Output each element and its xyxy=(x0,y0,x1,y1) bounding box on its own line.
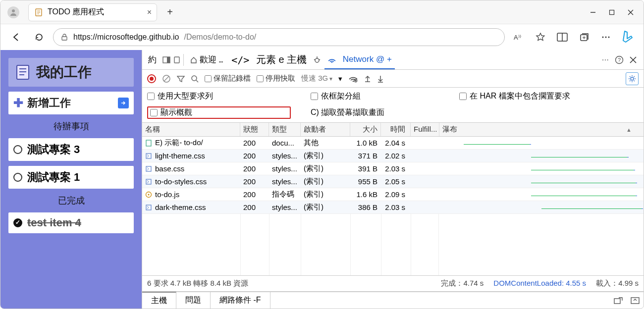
row-waterfall xyxy=(439,142,644,145)
row-initiator: 其他 xyxy=(301,137,350,149)
maximize-button[interactable] xyxy=(609,9,615,15)
plus-icon: ✚ xyxy=(13,96,23,110)
col-time[interactable]: 時間 xyxy=(381,123,411,136)
settings-button[interactable] xyxy=(626,72,639,85)
svg-point-17 xyxy=(605,37,607,38)
row-name: base.css xyxy=(155,164,184,173)
task-item[interactable]: 測試專案 3 xyxy=(8,138,134,161)
done-header: 已完成 xyxy=(8,194,134,207)
collections-icon[interactable] xyxy=(575,28,593,46)
row-time: 2.02 s xyxy=(381,150,411,161)
tab-welcome[interactable]: 歡迎... xyxy=(187,50,225,69)
row-status: 200 xyxy=(240,202,269,213)
browser-tab[interactable]: TODO 應用程式 × xyxy=(28,3,157,21)
row-name: E) 示範- to-do/ xyxy=(155,138,203,148)
refresh-button[interactable] xyxy=(30,28,48,46)
wifi-settings-icon[interactable] xyxy=(348,75,358,83)
url-bar[interactable]: https://microsoftedge.github.io/Demos/de… xyxy=(53,28,505,46)
throttle-caret-icon[interactable]: ▾ xyxy=(338,74,342,83)
drawer-tab-net-conditions[interactable]: 網路條件 -F xyxy=(211,292,270,309)
col-type[interactable]: 類型 xyxy=(269,123,301,136)
drawer-popout-icon[interactable] xyxy=(610,297,627,304)
address-bar-row: https://microsoftedge.github.io/Demos/de… xyxy=(0,24,644,50)
network-row[interactable]: light-theme.css200styles...(索引)371 B2.02… xyxy=(142,150,644,162)
network-row[interactable]: to-do.js200指令碼(索引)1.6 kB2.09 s xyxy=(142,188,644,201)
close-tab-icon[interactable]: × xyxy=(147,8,152,17)
svg-point-26 xyxy=(315,58,319,62)
col-status[interactable]: 狀態 xyxy=(240,123,269,136)
drawer-collapse-icon[interactable] xyxy=(627,297,644,304)
download-icon[interactable] xyxy=(377,75,384,83)
task-item[interactable]: 測試專案 1 xyxy=(8,166,134,189)
svg-line-46 xyxy=(630,76,631,77)
profile-icon[interactable] xyxy=(7,6,19,18)
drawer-tab-host[interactable]: 主機 xyxy=(142,292,176,309)
bing-icon[interactable] xyxy=(619,28,637,46)
svg-point-39 xyxy=(353,80,354,81)
row-type: styles... xyxy=(269,202,301,213)
close-window-button[interactable] xyxy=(628,9,634,15)
col-size[interactable]: 大小 xyxy=(350,123,381,136)
col-fulfill[interactable]: Fulfill... xyxy=(411,123,439,136)
submit-icon[interactable] xyxy=(118,98,129,108)
help-icon[interactable]: ? xyxy=(615,55,624,64)
disable-cache-checkbox[interactable]: 停用快取 xyxy=(257,74,295,83)
notepad-icon xyxy=(15,64,30,81)
file-type-icon xyxy=(145,178,152,185)
svg-rect-6 xyxy=(610,10,614,14)
col-waterfall[interactable]: 瀑布▲ xyxy=(439,123,644,136)
row-type: 指令碼 xyxy=(269,188,301,201)
more-tabs-icon[interactable]: ··· xyxy=(602,55,609,65)
lock-icon xyxy=(60,33,68,41)
bug-icon[interactable] xyxy=(313,55,322,64)
device-icon[interactable] xyxy=(173,56,180,63)
split-screen-icon[interactable] xyxy=(553,28,571,46)
dock-icon[interactable] xyxy=(162,56,170,63)
throttle-select[interactable]: 慢速 3G xyxy=(301,74,332,83)
search-button[interactable] xyxy=(191,75,199,83)
summary-load: 載入：4.99 s xyxy=(596,279,639,288)
drawer-tab-issues[interactable]: 問題 xyxy=(176,292,211,309)
filter-button[interactable] xyxy=(177,75,185,82)
network-row[interactable]: dark-theme.css200styles...(索引)386 B2.03 … xyxy=(142,201,644,214)
record-button[interactable] xyxy=(147,74,156,83)
svg-point-37 xyxy=(192,76,197,81)
tab-network[interactable]: Network @ + xyxy=(324,50,395,69)
back-button[interactable] xyxy=(7,28,25,46)
upload-icon[interactable] xyxy=(364,75,371,83)
read-aloud-icon[interactable]: A⁾⁾ xyxy=(510,28,528,46)
row-size: 391 B xyxy=(350,163,381,174)
include-pending-har-checkbox[interactable]: 在 HAR 檔案中包含擱置要求 xyxy=(459,91,570,102)
preserve-log-checkbox[interactable]: 保留記錄檔 xyxy=(205,74,251,83)
more-icon[interactable] xyxy=(597,28,615,46)
url-host: https://microsoftedge.github.io xyxy=(73,33,179,42)
tab-elements[interactable]: </> 元素 e 主機 xyxy=(228,50,310,69)
minimize-button[interactable] xyxy=(590,9,596,15)
show-overview-checkbox[interactable]: 顯示概觀 xyxy=(147,106,291,119)
tab-about[interactable]: 約 xyxy=(145,50,160,69)
network-row[interactable]: to-do-styles.css200styles...(索引)955 B2.0… xyxy=(142,175,644,188)
row-type: styles... xyxy=(269,150,301,161)
col-initiator[interactable]: 啟動者 xyxy=(301,123,350,136)
checkbox-icon[interactable] xyxy=(13,173,22,182)
network-row[interactable]: E) 示範- to-do/200docu...其他1.0 kB2.04 s xyxy=(142,137,644,150)
group-by-frame-checkbox[interactable]: 依框架分組 xyxy=(311,91,439,102)
network-row[interactable]: base.css200styles...(索引)391 B2.03 s xyxy=(142,162,644,175)
new-tab-button[interactable]: + xyxy=(162,4,178,20)
large-rows-checkbox[interactable]: 使用大型要求列 xyxy=(147,91,291,102)
task-item-done[interactable]: test item 4 xyxy=(8,212,134,233)
svg-line-49 xyxy=(634,76,635,77)
row-status: 200 xyxy=(240,150,269,161)
row-size: 371 B xyxy=(350,150,381,161)
summary-finish: 完成：4.74 s xyxy=(441,279,483,288)
col-name[interactable]: 名稱 xyxy=(142,123,240,136)
favorite-icon[interactable] xyxy=(532,28,549,46)
file-type-icon xyxy=(145,165,152,172)
add-task-button[interactable]: ✚ 新增工作 xyxy=(8,92,134,114)
file-type-icon xyxy=(145,153,152,159)
clear-button[interactable] xyxy=(162,74,171,83)
app-title: 我的工作 xyxy=(8,58,134,87)
close-devtools-icon[interactable] xyxy=(630,56,637,63)
checkbox-icon[interactable] xyxy=(13,145,22,154)
checkbox-checked-icon[interactable] xyxy=(13,218,22,227)
